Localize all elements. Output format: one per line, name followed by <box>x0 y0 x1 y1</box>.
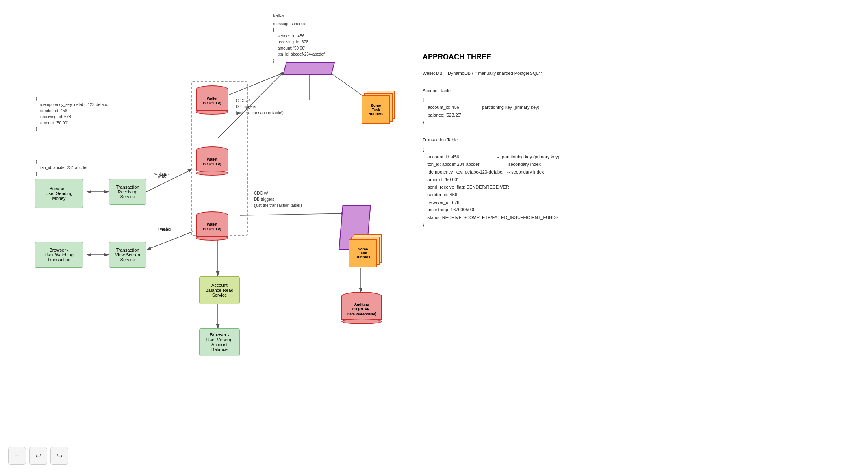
svg-line-5 <box>146 232 193 250</box>
approach-title: APPROACH THREE <box>423 53 618 61</box>
auditing-db-label: Auditing DB (OLAP / Data Warehouse) <box>347 298 376 317</box>
account-balance-read-label: Account Balance Read Service <box>205 283 233 297</box>
redo-button[interactable]: ↪ <box>50 447 68 465</box>
kafka-title: kafka <box>273 12 325 19</box>
undo-button[interactable]: ↩ <box>29 447 47 465</box>
zoom-in-button[interactable]: + <box>8 447 26 465</box>
browser-watching-node: Browser - User Watching Transaction <box>35 242 83 268</box>
browser-viewing-balance-node: Browser - User Viewing Account Balance <box>199 328 240 356</box>
response-body-annotation: { txn_id: abcdef-234-abcdef } <box>36 158 87 177</box>
kafka-parallelogram-top <box>284 62 333 75</box>
wallet-db-3-label: Wallet DB (OLTP) <box>203 219 221 232</box>
account-balance-read-node: Account Balance Read Service <box>199 276 240 304</box>
wallet-db-2-node: Wallet DB (OLTP) <box>196 146 228 176</box>
approach-wallet-db: Wallet DB -- DynamoDB / **manually shard… <box>423 69 618 77</box>
read-label-text: read <box>162 227 171 232</box>
cdc-bottom-annotation: CDC w/ DB triggers -- (just the transact… <box>254 190 302 208</box>
request-body-annotation: { idempotency_key: defabc-123-defabc sen… <box>36 95 108 132</box>
svg-line-3 <box>146 169 193 192</box>
account-table-title: Account Table: <box>423 87 618 95</box>
transaction-receiving-label: Transaction Receiving Service <box>116 184 139 199</box>
some-task-runners-2-node: Some Task Runners <box>349 239 377 267</box>
browser-sending-label: Browser - User Sending Money <box>46 186 73 201</box>
svg-line-10 <box>240 213 345 215</box>
transaction-table-title: Transaction Table <box>423 136 618 144</box>
transaction-receiving-node: Transaction Receiving Service <box>109 179 146 205</box>
browser-watching-label: Browser - User Watching Transaction <box>44 247 74 262</box>
wallet-db-2-label: Wallet DB (OLTP) <box>203 154 221 167</box>
write-label-text: write <box>159 172 169 177</box>
toolbar: + ↩ ↪ <box>8 447 68 465</box>
wallet-db-3-node: Wallet DB (OLTP) <box>196 211 228 241</box>
approach-transaction-table: Transaction Table { account_id: 456 -- p… <box>423 136 618 229</box>
transaction-view-node: Transaction View Screen Service <box>109 242 146 268</box>
kafka-label-annotation: kafka message schema: { sender_id: 456 r… <box>273 12 325 63</box>
some-task-runners-1-node: Some Task Runners <box>362 95 390 124</box>
diagram-canvas: { idempotency_key: defabc-123-defabc sen… <box>0 0 868 473</box>
approach-account-table: Account Table: { account_id: 456 -- part… <box>423 87 618 126</box>
browser-viewing-balance-label: Browser - User Viewing Account Balance <box>206 332 233 352</box>
transaction-view-label: Transaction View Screen Service <box>115 247 140 262</box>
some-task-runners-1-label: Some Task Runners <box>369 104 384 116</box>
some-task-runners-2-label: Some Task Runners <box>356 247 371 259</box>
wallet-db-1-label: Wallet DB (OLTP) <box>203 93 221 106</box>
browser-sending-node: Browser - User Sending Money <box>35 179 83 208</box>
approach-section: APPROACH THREE Wallet DB -- DynamoDB / *… <box>423 53 618 229</box>
auditing-db-node: Auditing DB (OLAP / Data Warehouse) <box>341 292 382 324</box>
wallet-db-description: Wallet DB -- DynamoDB / **manually shard… <box>423 71 542 76</box>
wallet-db-1-node: Wallet DB (OLTP) <box>196 85 228 115</box>
